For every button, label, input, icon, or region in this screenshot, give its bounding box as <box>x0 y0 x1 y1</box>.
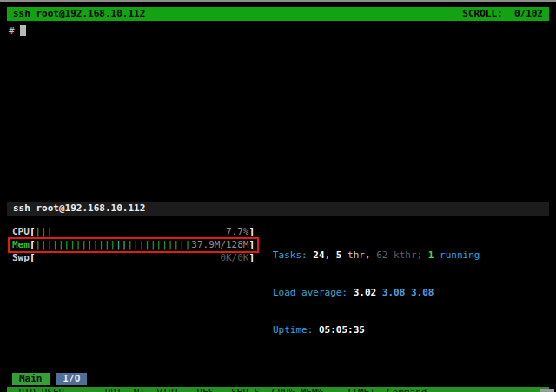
terminal-pane-top: ssh root@192.168.10.112 SCROLL: 0/102 # <box>7 7 549 42</box>
tasks-sep: , <box>325 249 336 261</box>
load-5min: 3.08 <box>382 287 406 298</box>
col-header-cpu[interactable]: CPU% <box>266 387 295 392</box>
load-average-label: Load average: <box>273 287 354 298</box>
col-header-mem[interactable]: MEM% <box>295 387 323 392</box>
tasks-semicolon: ; <box>417 249 428 261</box>
red-annotation-box: Mem[|||||||||||||||||||||||||||37.9M/128… <box>8 237 259 253</box>
shell-prompt-line[interactable]: # <box>7 21 549 42</box>
ssh-session-title-bottom: ssh root@192.168.10.112 <box>13 203 145 215</box>
pane-titlebar-bottom: ssh root@192.168.10.112 <box>7 202 549 216</box>
cpu-meter-label: CPU <box>12 226 30 238</box>
shell-prompt: # <box>9 25 15 37</box>
terminal-cursor <box>20 25 26 36</box>
cpu-meter-bars: ||| <box>36 226 53 237</box>
htop-stats-column: Tasks: 24, 5 thr, 62 kthr; 1 running Loa… <box>273 225 480 362</box>
swap-meter-open-bracket: [ <box>30 252 36 264</box>
cpu-meter-value: 7.7% <box>226 226 249 238</box>
col-header-res[interactable]: RES <box>180 387 215 392</box>
cpu-meter-close-bracket: ] <box>249 226 255 238</box>
thread-label: thr, <box>341 249 376 261</box>
cpu-meter-open-bracket: [ <box>30 226 36 238</box>
tab-main[interactable]: Main <box>12 373 50 385</box>
uptime-value: 05:05:35 <box>319 324 365 336</box>
window-top-edge <box>0 0 556 2</box>
mem-meter-line: Mem[|||||||||||||||||||||||||||37.9M/128… <box>12 238 261 251</box>
col-header-ni[interactable]: NI <box>122 387 144 392</box>
mem-meter-close-bracket: ] <box>249 239 255 251</box>
load-average-line: Load average: 3.02 3.08 3.08 <box>273 287 480 300</box>
mem-meter-value: 37.9M/128M <box>191 239 248 251</box>
load-15min: 3.08 <box>411 287 434 298</box>
terminal-pane-bottom: ssh root@192.168.10.112 CPU[|||7.7%] Mem… <box>7 202 549 392</box>
tasks-line: Tasks: 24, 5 thr, 62 kthr; 1 running <box>273 249 480 262</box>
process-table-header[interactable]: PID USER PRI NI VIRT RES SHR S CPU% MEM%… <box>7 387 549 392</box>
tab-io[interactable]: I/O <box>56 373 88 385</box>
mem-meter-bars-used: |||||||||||||| <box>36 239 116 250</box>
uptime-line: Uptime: 05:05:35 <box>273 324 480 337</box>
htop-meters-area: CPU[|||7.7%] Mem[|||||||||||||||||||||||… <box>7 225 549 362</box>
col-header-virt[interactable]: VIRT <box>145 387 180 392</box>
mem-meter-bars-used2: ||||||||||| <box>127 239 190 250</box>
scroll-indicator: SCROLL: 0/102 <box>462 8 543 20</box>
swap-meter-label: Swp <box>12 252 30 264</box>
col-header-pri[interactable]: PRI <box>99 387 122 392</box>
swap-meter-value: 0K/0K <box>220 252 248 264</box>
swap-meter: Swp[0K/0K] <box>12 252 255 264</box>
window-corner-mark <box>540 389 554 392</box>
tasks-count: 24 <box>313 249 324 261</box>
running-label: running <box>434 249 480 261</box>
col-header-time[interactable]: TIME+ <box>323 387 375 392</box>
ssh-session-title: ssh root@192.168.10.112 <box>13 8 145 20</box>
mem-meter-open-bracket: [ <box>30 239 36 251</box>
htop-tab-bar: Main I/O <box>7 373 549 385</box>
mem-meter-bars-cache: || <box>116 239 127 250</box>
cpu-meter: CPU[|||7.7%] <box>12 226 255 238</box>
uptime-label: Uptime: <box>273 324 319 336</box>
col-header-shr[interactable]: SHR <box>214 387 248 392</box>
htop-screen: CPU[|||7.7%] Mem[|||||||||||||||||||||||… <box>7 216 549 392</box>
load-1min: 3.02 <box>354 287 377 298</box>
mem-meter: Mem[|||||||||||||||||||||||||||37.9M/128… <box>12 239 255 251</box>
swap-meter-close-bracket: ] <box>249 252 255 264</box>
swap-meter-line: Swp[0K/0K] <box>12 251 261 264</box>
tasks-label: Tasks: <box>273 249 313 261</box>
htop-meters-column: CPU[|||7.7%] Mem[|||||||||||||||||||||||… <box>7 225 261 362</box>
col-header-state[interactable]: S <box>248 387 266 392</box>
col-header-pid[interactable]: PID <box>7 387 36 392</box>
mem-meter-label: Mem <box>12 239 30 251</box>
pane-titlebar-top: ssh root@192.168.10.112 SCROLL: 0/102 <box>7 7 549 21</box>
col-header-user[interactable]: USER <box>36 387 99 392</box>
col-header-command[interactable]: Command <box>375 387 549 392</box>
kthread-count: 62 kthr <box>376 249 416 261</box>
